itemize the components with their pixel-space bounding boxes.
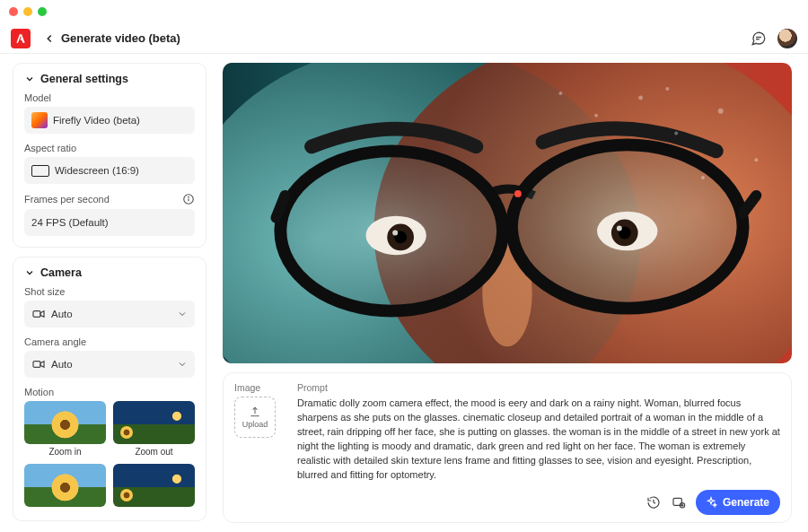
chevron-down-icon bbox=[24, 74, 35, 84]
svg-point-29 bbox=[701, 176, 705, 179]
motion-thumbnail bbox=[24, 464, 106, 507]
svg-point-27 bbox=[718, 109, 724, 114]
settings-sidebar: General settings Model Firefly Video (be… bbox=[0, 54, 206, 532]
upload-image-button[interactable]: Upload bbox=[234, 397, 276, 438]
maximize-window-dot[interactable] bbox=[38, 7, 47, 16]
prompt-actions: Generate bbox=[234, 490, 780, 515]
motion-option-zoom-out[interactable]: Zoom out bbox=[113, 401, 195, 457]
model-label: Model bbox=[24, 92, 195, 103]
svg-point-25 bbox=[638, 95, 643, 100]
chevron-down-icon bbox=[177, 359, 188, 370]
aspect-ratio-value: Widescreen (16:9) bbox=[55, 165, 139, 176]
motion-option-3[interactable] bbox=[24, 464, 106, 510]
history-icon[interactable] bbox=[646, 494, 662, 510]
page-title: Generate video (beta) bbox=[61, 31, 180, 45]
prompt-card: Image Upload Prompt Dramatic dolly zoom … bbox=[223, 372, 792, 523]
image-label: Image bbox=[234, 382, 285, 393]
motion-thumbnail bbox=[113, 401, 195, 444]
video-preview[interactable] bbox=[223, 63, 792, 363]
upload-label: Upload bbox=[242, 420, 268, 429]
window-titlebar bbox=[0, 0, 808, 23]
camera-panel: Camera Shot size Auto Camera angle Auto … bbox=[13, 257, 206, 521]
model-thumbnail-icon bbox=[31, 112, 48, 128]
motion-thumbnail bbox=[113, 464, 195, 507]
svg-marker-8 bbox=[40, 362, 44, 368]
general-settings-toggle[interactable]: General settings bbox=[24, 73, 195, 85]
model-value: Firefly Video (beta) bbox=[53, 115, 140, 126]
svg-point-19 bbox=[392, 231, 398, 236]
motion-grid: Zoom in Zoom out bbox=[24, 401, 195, 510]
aspect-ratio-label: Aspect ratio bbox=[24, 143, 195, 153]
back-button[interactable] bbox=[41, 32, 57, 45]
svg-point-28 bbox=[754, 158, 758, 161]
aspect-ratio-select[interactable]: Widescreen (16:9) bbox=[24, 157, 195, 184]
camera-angle-label: Camera angle bbox=[24, 336, 195, 347]
fps-select[interactable]: 24 FPS (Default) bbox=[24, 209, 195, 236]
chevron-down-icon bbox=[177, 309, 188, 319]
shot-size-value: Auto bbox=[51, 309, 73, 319]
svg-point-31 bbox=[558, 92, 562, 95]
motion-option-zoom-in[interactable]: Zoom in bbox=[24, 401, 106, 457]
svg-rect-7 bbox=[33, 362, 40, 368]
camera-toggle[interactable]: Camera bbox=[24, 266, 195, 279]
fps-value: 24 FPS (Default) bbox=[31, 217, 109, 228]
minimize-window-dot[interactable] bbox=[23, 7, 32, 16]
svg-point-26 bbox=[674, 132, 678, 135]
sparkle-icon bbox=[705, 496, 717, 509]
general-settings-panel: General settings Model Firefly Video (be… bbox=[13, 63, 206, 248]
camera-angle-select[interactable]: Auto bbox=[24, 351, 195, 378]
generate-button[interactable]: Generate bbox=[696, 490, 780, 515]
main-area: Image Upload Prompt Dramatic dolly zoom … bbox=[206, 54, 808, 532]
user-avatar[interactable] bbox=[777, 29, 797, 48]
svg-point-4 bbox=[189, 196, 189, 197]
svg-point-24 bbox=[594, 114, 598, 118]
top-bar: Generate video (beta) bbox=[0, 23, 808, 54]
svg-point-23 bbox=[617, 226, 622, 231]
shot-size-select[interactable]: Auto bbox=[24, 301, 195, 327]
info-icon[interactable] bbox=[182, 193, 195, 205]
svg-point-30 bbox=[665, 87, 669, 91]
camera-heading: Camera bbox=[40, 266, 82, 279]
shot-size-label: Shot size bbox=[24, 286, 195, 297]
motion-caption: Zoom in bbox=[24, 447, 106, 457]
chevron-down-icon bbox=[24, 267, 35, 278]
generate-label: Generate bbox=[723, 496, 769, 509]
adobe-logo-icon bbox=[11, 29, 31, 48]
media-settings-icon[interactable] bbox=[671, 494, 687, 510]
close-window-dot[interactable] bbox=[9, 7, 18, 16]
model-select[interactable]: Firefly Video (beta) bbox=[24, 107, 195, 134]
camera-angle-value: Auto bbox=[51, 359, 73, 370]
feedback-icon[interactable] bbox=[749, 29, 768, 48]
motion-option-4[interactable] bbox=[113, 464, 195, 510]
upload-icon bbox=[249, 406, 261, 418]
motion-label: Motion bbox=[24, 387, 195, 397]
camera-icon bbox=[31, 357, 46, 371]
aspect-ratio-icon bbox=[31, 165, 49, 177]
motion-thumbnail bbox=[24, 401, 106, 444]
prompt-text[interactable]: Dramatic dolly zoom camera effect, the m… bbox=[297, 397, 780, 483]
motion-caption: Zoom out bbox=[113, 447, 195, 457]
svg-point-15 bbox=[514, 190, 522, 197]
camera-icon bbox=[31, 307, 46, 321]
fps-label: Frames per second bbox=[24, 194, 110, 205]
general-settings-heading: General settings bbox=[40, 73, 128, 85]
prompt-label: Prompt bbox=[297, 382, 780, 393]
svg-marker-6 bbox=[40, 311, 44, 318]
svg-rect-5 bbox=[33, 311, 40, 318]
